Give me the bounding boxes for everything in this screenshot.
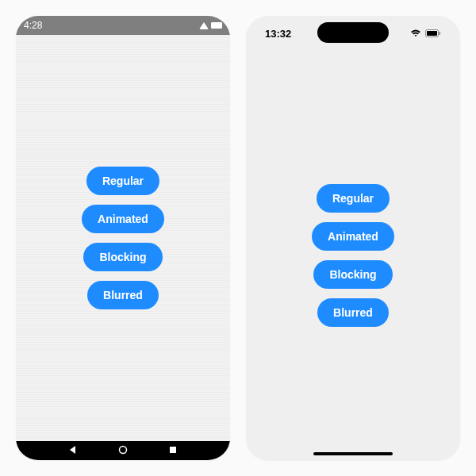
android-device: 4:28 Regular Animated Blocking Blurred [16, 16, 230, 460]
battery-icon [211, 22, 222, 29]
wifi-icon [199, 22, 209, 29]
battery-icon [425, 28, 441, 40]
ios-status-right [410, 28, 441, 40]
home-icon[interactable] [118, 443, 128, 458]
home-indicator[interactable] [313, 452, 393, 455]
ios-status-bar: 13:32 [246, 16, 460, 51]
ios-device: 13:32 Regular Animated Blocking Blurred [246, 16, 460, 460]
svg-rect-3 [427, 31, 437, 36]
ios-time: 13:32 [265, 28, 291, 40]
android-content: Regular Animated Blocking Blurred [16, 35, 230, 441]
blurred-button[interactable]: Blurred [87, 281, 159, 309]
android-status-bar: 4:28 [16, 16, 230, 35]
recent-icon[interactable] [168, 443, 178, 458]
ios-content: Regular Animated Blocking Blurred [246, 51, 460, 460]
android-time: 4:28 [24, 20, 42, 31]
regular-button[interactable]: Regular [317, 184, 390, 213]
animated-button[interactable]: Animated [312, 222, 394, 251]
blocking-button[interactable]: Blocking [313, 260, 392, 289]
back-icon[interactable] [68, 443, 78, 458]
dynamic-island [317, 22, 389, 43]
android-status-right [199, 22, 222, 29]
svg-rect-4 [440, 32, 441, 35]
svg-rect-1 [170, 447, 176, 453]
regular-button[interactable]: Regular [86, 167, 159, 195]
animated-button[interactable]: Animated [82, 205, 164, 233]
android-nav-bar [16, 441, 230, 460]
blocking-button[interactable]: Blocking [83, 243, 162, 271]
wifi-icon [410, 28, 421, 40]
svg-point-0 [119, 447, 126, 454]
blurred-button[interactable]: Blurred [317, 298, 389, 327]
